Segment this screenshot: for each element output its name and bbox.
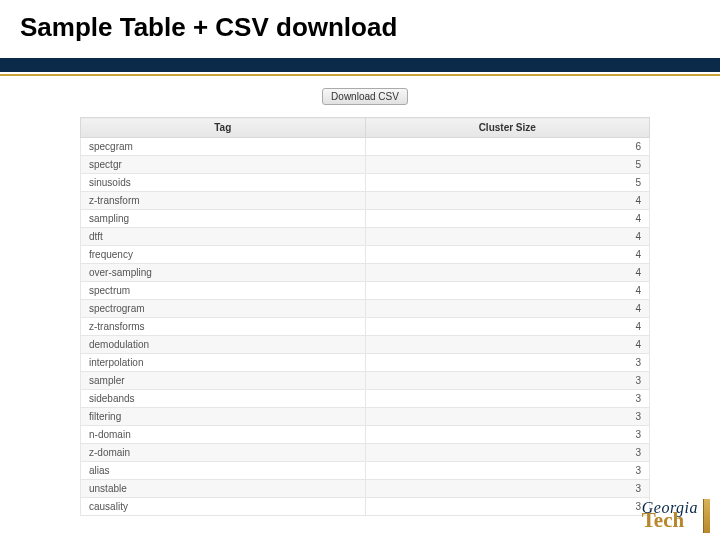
tag-cell: sampling — [81, 210, 366, 228]
size-cell: 3 — [365, 480, 650, 498]
table-row: demodulation4 — [81, 336, 650, 354]
size-cell: 3 — [365, 408, 650, 426]
size-cell: 3 — [365, 444, 650, 462]
size-cell: 4 — [365, 228, 650, 246]
table-row: z-transform4 — [81, 192, 650, 210]
table-row: z-transforms4 — [81, 318, 650, 336]
table-row: causality3 — [81, 498, 650, 516]
tag-cell: n-domain — [81, 426, 366, 444]
tag-cell: spectgr — [81, 156, 366, 174]
tag-cell: demodulation — [81, 336, 366, 354]
size-cell: 4 — [365, 210, 650, 228]
button-row: Download CSV — [80, 86, 650, 105]
size-cell: 4 — [365, 192, 650, 210]
tag-cell: sampler — [81, 372, 366, 390]
size-cell: 5 — [365, 156, 650, 174]
tag-cell: causality — [81, 498, 366, 516]
size-cell: 6 — [365, 138, 650, 156]
tag-cell: z-domain — [81, 444, 366, 462]
tag-cell: sidebands — [81, 390, 366, 408]
tag-cell: z-transforms — [81, 318, 366, 336]
table-row: sampler3 — [81, 372, 650, 390]
size-cell: 4 — [365, 336, 650, 354]
table-row: frequency4 — [81, 246, 650, 264]
tag-cell: frequency — [81, 246, 366, 264]
tag-cell: interpolation — [81, 354, 366, 372]
tag-cell: over-sampling — [81, 264, 366, 282]
table-row: spectrogram4 — [81, 300, 650, 318]
size-cell: 4 — [365, 282, 650, 300]
table-row: sampling4 — [81, 210, 650, 228]
size-cell: 5 — [365, 174, 650, 192]
accent-line — [0, 74, 720, 76]
table-row: specgram6 — [81, 138, 650, 156]
table-row: n-domain3 — [81, 426, 650, 444]
georgia-tech-logo: Georgia Tech — [642, 501, 698, 530]
table-row: dtft4 — [81, 228, 650, 246]
col-tag: Tag — [81, 118, 366, 138]
title-band: Sample Table + CSV download — [0, 0, 720, 72]
logo-bar-icon — [703, 499, 710, 533]
size-cell: 4 — [365, 300, 650, 318]
download-csv-button[interactable]: Download CSV — [322, 88, 408, 105]
size-cell: 4 — [365, 264, 650, 282]
size-cell: 4 — [365, 246, 650, 264]
table-row: interpolation3 — [81, 354, 650, 372]
tag-cell: specgram — [81, 138, 366, 156]
size-cell: 3 — [365, 462, 650, 480]
tag-cell: spectrum — [81, 282, 366, 300]
tag-cell: alias — [81, 462, 366, 480]
tag-cell: z-transform — [81, 192, 366, 210]
tag-cell: filtering — [81, 408, 366, 426]
table-row: spectrum4 — [81, 282, 650, 300]
content-area: Download CSV Tag Cluster Size specgram6s… — [80, 86, 650, 500]
slide-title: Sample Table + CSV download — [20, 12, 397, 43]
table-row: alias3 — [81, 462, 650, 480]
table-row: spectgr5 — [81, 156, 650, 174]
tag-cell: dtft — [81, 228, 366, 246]
table-row: sinusoids5 — [81, 174, 650, 192]
size-cell: 4 — [365, 318, 650, 336]
tag-cell: sinusoids — [81, 174, 366, 192]
table-row: z-domain3 — [81, 444, 650, 462]
col-size: Cluster Size — [365, 118, 650, 138]
size-cell: 3 — [365, 390, 650, 408]
cluster-table: Tag Cluster Size specgram6spectgr5sinuso… — [80, 117, 650, 516]
table-row: filtering3 — [81, 408, 650, 426]
tag-cell: spectrogram — [81, 300, 366, 318]
size-cell: 3 — [365, 372, 650, 390]
table-row: unstable3 — [81, 480, 650, 498]
tag-cell: unstable — [81, 480, 366, 498]
table-row: sidebands3 — [81, 390, 650, 408]
table-header-row: Tag Cluster Size — [81, 118, 650, 138]
table-row: over-sampling4 — [81, 264, 650, 282]
size-cell: 3 — [365, 354, 650, 372]
size-cell: 3 — [365, 498, 650, 516]
size-cell: 3 — [365, 426, 650, 444]
